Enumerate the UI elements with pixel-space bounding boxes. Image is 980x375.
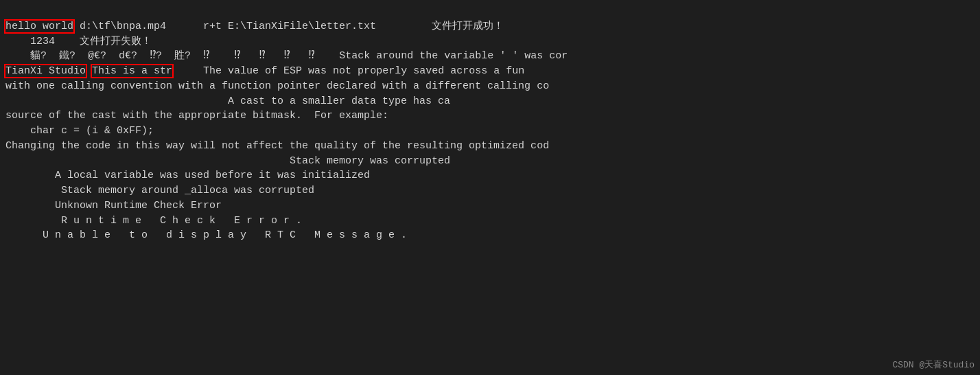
console-line: Stack memory around _alloca was corrupte…: [5, 183, 975, 198]
console-line: 1234 文件打开失败！: [5, 34, 975, 49]
watermark: CSDN @天喜Studio: [892, 359, 975, 372]
console-line: R u n t i m e C h e c k E r r o r .: [5, 214, 975, 229]
console-line: 貓? 鐵? @€? d€? ⁉? 貹? ⁉ ⁉ ⁉ ⁉ ⁉ Stack arou…: [5, 49, 975, 64]
console-line: A cast to a smaller data type has ca: [5, 94, 975, 109]
console-line: Changing the code in this way will not a…: [5, 139, 975, 154]
console-line: with one calling convention with a funct…: [5, 79, 975, 94]
console-line: A local variable was used before it was …: [5, 168, 975, 183]
highlighted-text: hello world: [5, 21, 73, 32]
highlighted-text: This is a str: [92, 65, 172, 77]
console-output: hello world d:\tf\bnpa.mp4 r+t E:\TianXi…: [5, 4, 975, 243]
console-line: source of the cast with the appropriate …: [5, 109, 975, 124]
highlighted-text: TianXi Studio: [5, 65, 86, 77]
console-line: Unknown Runtime Check Error: [5, 198, 975, 214]
console-line: hello world d:\tf\bnpa.mp4 r+t E:\TianXi…: [5, 19, 975, 34]
console-line: Stack memory was corrupted: [5, 154, 975, 169]
console-line: TianXi Studio This is a str The value of…: [5, 64, 975, 79]
console-line: U n a b l e t o d i s p l a y R T C M e …: [5, 228, 975, 243]
console-line: char c = (i & 0xFF);: [5, 124, 975, 139]
